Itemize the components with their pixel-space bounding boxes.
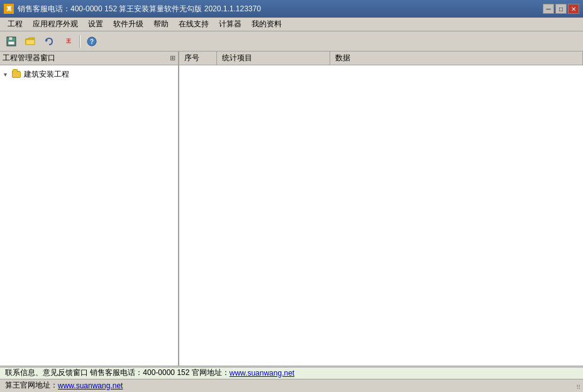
status-bottom-text: 算王官网地址： — [5, 380, 58, 391]
tree-expander[interactable]: ▾ — [4, 71, 11, 78]
menu-item-menu-help[interactable]: 帮助 — [148, 18, 174, 31]
col-header-seq: 序号 — [179, 52, 217, 65]
status-bar-top: 联系信息、意见反馈窗口 销售客服电话：400-0000 152 官网地址： ww… — [0, 367, 583, 379]
menu-bar: 工程应用程序外观设置软件升级帮助在线支持计算器我的资料 — [0, 18, 583, 31]
title-buttons: ─ □ ✕ — [543, 4, 579, 14]
left-panel-header: 工程管理器窗口 ⊞ — [0, 52, 178, 65]
project-tree: ▾ 建筑安装工程 — [0, 65, 178, 366]
minimize-button[interactable]: ─ — [543, 4, 554, 14]
pin-icon[interactable]: ⊞ — [170, 54, 175, 62]
svg-marker-4 — [26, 40, 35, 45]
status-bar-bottom: 算王官网地址： www.suanwang.net ⠿ — [0, 379, 583, 392]
right-panel: 序号 统计项目 数据 — [179, 52, 583, 366]
toolbar-undo-button[interactable] — [40, 33, 58, 50]
tree-item-root[interactable]: ▾ 建筑安装工程 — [1, 68, 177, 81]
status-bar: 联系信息、意见反馈窗口 销售客服电话：400-0000 152 官网地址： ww… — [0, 366, 583, 392]
col-header-stat: 统计项目 — [217, 52, 330, 65]
svg-rect-1 — [9, 37, 13, 40]
right-panel-header: 序号 统计项目 数据 — [179, 52, 583, 65]
toolbar-help-button[interactable]: ? — [83, 33, 101, 50]
right-panel-content — [179, 65, 583, 366]
menu-item-menu-upgrade[interactable]: 软件升级 — [108, 18, 148, 31]
toolbar-separator — [79, 35, 81, 48]
restore-button[interactable]: □ — [555, 4, 567, 14]
app-icon: 算 — [4, 4, 14, 14]
status-top-text: 联系信息、意见反馈窗口 销售客服电话：400-0000 152 官网地址： — [5, 368, 230, 378]
menu-item-menu-project[interactable]: 工程 — [3, 18, 28, 31]
toolbar-save-button[interactable] — [3, 33, 20, 50]
tree-label-root: 建筑安装工程 — [24, 69, 69, 80]
menu-item-menu-calc[interactable]: 计算器 — [214, 18, 247, 31]
menu-item-menu-mydata[interactable]: 我的资料 — [247, 18, 287, 31]
menu-item-menu-appearance[interactable]: 应用程序外观 — [28, 18, 83, 31]
left-panel-title: 工程管理器窗口 — [3, 53, 55, 63]
toolbar-open-button[interactable] — [21, 33, 39, 50]
folder-icon — [11, 70, 21, 79]
resize-grip: ⠿ — [573, 382, 583, 392]
close-button[interactable]: ✕ — [568, 4, 579, 14]
toolbar-logo-button[interactable]: 王 — [59, 33, 77, 50]
svg-rect-2 — [8, 41, 14, 45]
menu-item-menu-support[interactable]: 在线支持 — [174, 18, 214, 31]
status-top-link[interactable]: www.suanwang.net — [230, 369, 294, 378]
left-panel: 工程管理器窗口 ⊞ ▾ 建筑安装工程 — [0, 52, 179, 366]
col-header-data: 数据 — [330, 52, 583, 65]
main-area: 工程管理器窗口 ⊞ ▾ 建筑安装工程 序号 统计项目 数据 — [0, 52, 583, 366]
svg-text:?: ? — [90, 38, 94, 45]
status-bottom-link[interactable]: www.suanwang.net — [58, 381, 123, 390]
toolbar: 王 ? — [0, 31, 583, 52]
title-bar: 算 销售客服电话：400-0000 152 算王安装算量软件无勾版 2020.1… — [0, 0, 583, 18]
title-text: 销售客服电话：400-0000 152 算王安装算量软件无勾版 2020.1.1… — [18, 4, 543, 14]
menu-item-menu-settings[interactable]: 设置 — [83, 18, 108, 31]
